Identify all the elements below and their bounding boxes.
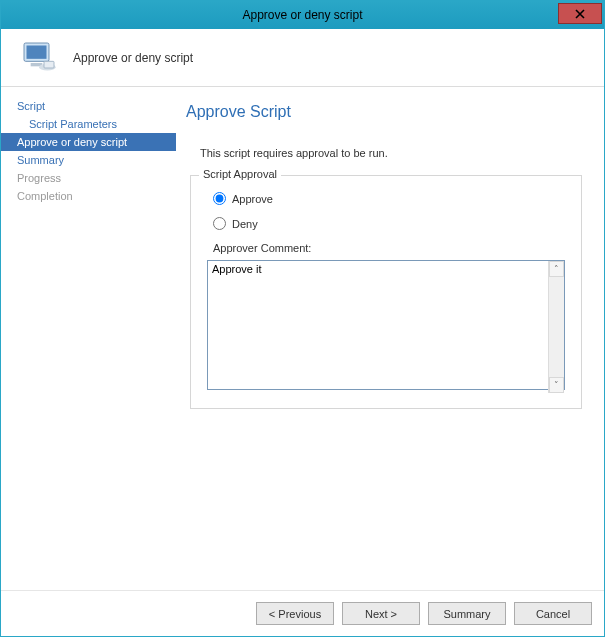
titlebar: Approve or deny script: [1, 1, 604, 29]
next-button[interactable]: Next >: [342, 602, 420, 625]
previous-button[interactable]: < Previous: [256, 602, 334, 625]
wizard-header: Approve or deny script: [1, 29, 604, 87]
comment-wrap: ˄ ˅: [207, 260, 565, 394]
radio-deny-label: Deny: [232, 218, 258, 230]
radio-approve-label: Approve: [232, 193, 273, 205]
sidebar-item-summary[interactable]: Summary: [1, 151, 176, 169]
close-icon: [575, 9, 585, 19]
scroll-down-icon[interactable]: ˅: [549, 377, 564, 393]
sidebar-item-script-parameters[interactable]: Script Parameters: [1, 115, 176, 133]
script-approval-group: Script Approval Approve Deny Approver Co…: [190, 175, 582, 409]
window-title: Approve or deny script: [1, 8, 604, 22]
radio-approve[interactable]: [213, 192, 226, 205]
sidebar-item-completion: Completion: [1, 187, 176, 205]
wizard-subtitle: Approve or deny script: [73, 51, 193, 65]
monitor-icon: [19, 38, 59, 78]
radio-approve-row[interactable]: Approve: [213, 192, 565, 205]
cancel-button[interactable]: Cancel: [514, 602, 592, 625]
comment-label: Approver Comment:: [213, 242, 565, 254]
scroll-up-icon[interactable]: ˄: [549, 261, 564, 277]
summary-button[interactable]: Summary: [428, 602, 506, 625]
wizard-sidebar: Script Script Parameters Approve or deny…: [1, 87, 176, 590]
sidebar-item-progress: Progress: [1, 169, 176, 187]
approver-comment-input[interactable]: [207, 260, 565, 390]
svg-rect-4: [44, 61, 54, 68]
intro-text: This script requires approval to be run.: [200, 147, 582, 159]
comment-scrollbar[interactable]: ˄ ˅: [548, 261, 564, 393]
radio-deny-row[interactable]: Deny: [213, 217, 565, 230]
sidebar-item-approve-or-deny[interactable]: Approve or deny script: [1, 133, 176, 151]
page-heading: Approve Script: [186, 103, 582, 121]
wizard-button-row: < Previous Next > Summary Cancel: [1, 590, 604, 636]
group-legend: Script Approval: [199, 168, 281, 180]
sidebar-item-script[interactable]: Script: [1, 97, 176, 115]
close-button[interactable]: [558, 3, 602, 24]
svg-rect-1: [27, 45, 47, 58]
radio-deny[interactable]: [213, 217, 226, 230]
wizard-main: Approve Script This script requires appr…: [176, 87, 604, 590]
wizard-body: Script Script Parameters Approve or deny…: [1, 87, 604, 590]
